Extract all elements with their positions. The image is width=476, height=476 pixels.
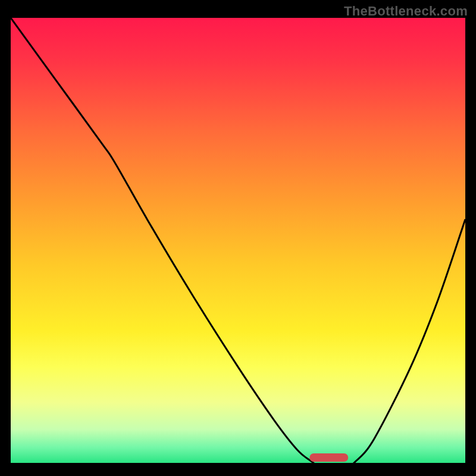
optimal-marker — [309, 453, 348, 462]
bottleneck-chart — [11, 18, 465, 465]
plot-area — [11, 18, 465, 465]
watermark-text: TheBottleneck.com — [344, 4, 468, 19]
heat-gradient — [11, 18, 465, 465]
baseline — [11, 463, 465, 465]
chart-frame: TheBottleneck.com — [0, 0, 476, 476]
